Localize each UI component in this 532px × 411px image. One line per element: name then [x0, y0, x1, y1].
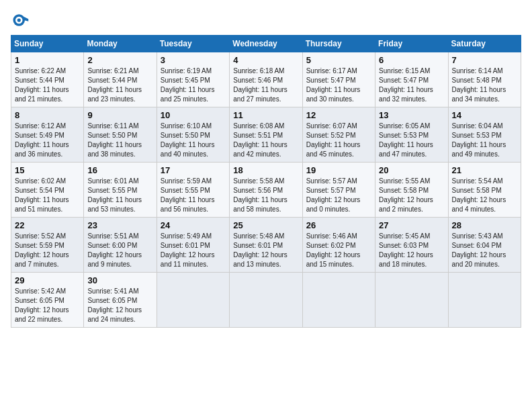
day-number: 29: [15, 275, 80, 285]
day-number: 2: [87, 55, 152, 65]
day-info: Sunrise: 6:08 AMSunset: 5:51 PMDaylight:…: [233, 122, 298, 159]
day-number: 12: [306, 110, 371, 120]
day-info: Sunrise: 5:46 AMSunset: 6:02 PMDaylight:…: [306, 232, 371, 269]
calendar-cell: 22Sunrise: 5:52 AMSunset: 5:59 PMDayligh…: [11, 218, 84, 273]
calendar-cell: 15Sunrise: 6:02 AMSunset: 5:54 PMDayligh…: [11, 163, 84, 218]
calendar-week-4: 22Sunrise: 5:52 AMSunset: 5:59 PMDayligh…: [11, 218, 521, 273]
calendar-table: SundayMondayTuesdayWednesdayThursdayFrid…: [11, 35, 521, 328]
calendar-body: 1Sunrise: 6:22 AMSunset: 5:44 PMDaylight…: [11, 52, 521, 328]
logo: [11, 11, 32, 30]
calendar-week-5: 29Sunrise: 5:42 AMSunset: 6:05 PMDayligh…: [11, 273, 521, 328]
day-number: 8: [15, 110, 80, 120]
weekday-header-saturday: Saturday: [448, 36, 521, 52]
day-info: Sunrise: 5:48 AMSunset: 6:01 PMDaylight:…: [233, 232, 298, 269]
calendar-week-2: 8Sunrise: 6:12 AMSunset: 5:49 PMDaylight…: [11, 107, 521, 163]
day-info: Sunrise: 6:01 AMSunset: 5:55 PMDaylight:…: [87, 177, 152, 214]
day-info: Sunrise: 6:05 AMSunset: 5:53 PMDaylight:…: [379, 122, 444, 159]
day-info: Sunrise: 5:43 AMSunset: 6:04 PMDaylight:…: [452, 232, 517, 269]
day-number: 24: [161, 220, 226, 230]
day-info: Sunrise: 5:57 AMSunset: 5:57 PMDaylight:…: [306, 177, 371, 214]
calendar-cell: 2Sunrise: 6:21 AMSunset: 5:44 PMDaylight…: [84, 52, 157, 107]
calendar-cell: 21Sunrise: 5:54 AMSunset: 5:58 PMDayligh…: [448, 163, 521, 218]
day-number: 19: [306, 165, 371, 175]
day-info: Sunrise: 5:49 AMSunset: 6:01 PMDaylight:…: [161, 232, 226, 269]
day-info: Sunrise: 6:21 AMSunset: 5:44 PMDaylight:…: [87, 66, 152, 104]
page-header: [11, 11, 521, 30]
day-number: 6: [379, 55, 444, 65]
day-number: 26: [306, 220, 371, 230]
calendar-cell: 23Sunrise: 5:51 AMSunset: 6:00 PMDayligh…: [84, 218, 157, 273]
calendar-cell: 19Sunrise: 5:57 AMSunset: 5:57 PMDayligh…: [302, 163, 375, 218]
day-number: 1: [15, 55, 80, 65]
calendar-cell: 29Sunrise: 5:42 AMSunset: 6:05 PMDayligh…: [11, 273, 84, 328]
day-info: Sunrise: 5:41 AMSunset: 6:05 PMDaylight:…: [87, 287, 152, 324]
day-number: 5: [306, 55, 371, 65]
calendar-cell: 5Sunrise: 6:17 AMSunset: 5:47 PMDaylight…: [302, 52, 375, 107]
day-info: Sunrise: 5:42 AMSunset: 6:05 PMDaylight:…: [15, 287, 80, 324]
calendar-cell: 20Sunrise: 5:55 AMSunset: 5:58 PMDayligh…: [375, 163, 448, 218]
calendar-cell: 1Sunrise: 6:22 AMSunset: 5:44 PMDaylight…: [11, 52, 84, 107]
day-info: Sunrise: 6:04 AMSunset: 5:53 PMDaylight:…: [452, 122, 517, 159]
day-number: 23: [87, 220, 152, 230]
calendar-cell: 13Sunrise: 6:05 AMSunset: 5:53 PMDayligh…: [375, 107, 448, 163]
calendar-cell: 9Sunrise: 6:11 AMSunset: 5:50 PMDaylight…: [84, 107, 157, 163]
day-number: 11: [233, 110, 298, 120]
day-info: Sunrise: 5:55 AMSunset: 5:58 PMDaylight:…: [379, 177, 444, 214]
day-info: Sunrise: 5:54 AMSunset: 5:58 PMDaylight:…: [452, 177, 517, 214]
calendar-cell: 30Sunrise: 5:41 AMSunset: 6:05 PMDayligh…: [84, 273, 157, 328]
day-info: Sunrise: 6:11 AMSunset: 5:50 PMDaylight:…: [87, 122, 152, 159]
logo-icon: [11, 11, 30, 30]
calendar-cell: [302, 273, 375, 328]
calendar-week-3: 15Sunrise: 6:02 AMSunset: 5:54 PMDayligh…: [11, 163, 521, 218]
day-number: 18: [233, 165, 298, 175]
calendar-cell: 3Sunrise: 6:19 AMSunset: 5:45 PMDaylight…: [157, 52, 229, 107]
day-number: 3: [161, 55, 226, 65]
day-info: Sunrise: 6:14 AMSunset: 5:48 PMDaylight:…: [452, 66, 517, 104]
day-number: 22: [15, 220, 80, 230]
calendar-cell: 10Sunrise: 6:10 AMSunset: 5:50 PMDayligh…: [157, 107, 229, 163]
day-number: 25: [233, 220, 298, 230]
calendar-cell: 25Sunrise: 5:48 AMSunset: 6:01 PMDayligh…: [230, 218, 302, 273]
day-info: Sunrise: 6:02 AMSunset: 5:54 PMDaylight:…: [15, 177, 80, 214]
day-info: Sunrise: 6:22 AMSunset: 5:44 PMDaylight:…: [15, 66, 80, 104]
calendar-cell: 11Sunrise: 6:08 AMSunset: 5:51 PMDayligh…: [230, 107, 302, 163]
day-info: Sunrise: 6:07 AMSunset: 5:52 PMDaylight:…: [306, 122, 371, 159]
day-number: 21: [452, 165, 517, 175]
day-number: 28: [452, 220, 517, 230]
calendar-cell: 28Sunrise: 5:43 AMSunset: 6:04 PMDayligh…: [448, 218, 521, 273]
calendar-cell: 17Sunrise: 5:59 AMSunset: 5:55 PMDayligh…: [157, 163, 229, 218]
calendar-cell: [375, 273, 448, 328]
day-number: 16: [87, 165, 152, 175]
day-info: Sunrise: 6:10 AMSunset: 5:50 PMDaylight:…: [161, 122, 226, 159]
weekday-header-row: SundayMondayTuesdayWednesdayThursdayFrid…: [11, 36, 521, 52]
calendar-header: SundayMondayTuesdayWednesdayThursdayFrid…: [11, 36, 521, 52]
day-info: Sunrise: 6:17 AMSunset: 5:47 PMDaylight:…: [306, 66, 371, 104]
day-number: 30: [87, 275, 152, 285]
day-number: 9: [87, 110, 152, 120]
day-info: Sunrise: 5:52 AMSunset: 5:59 PMDaylight:…: [15, 232, 80, 269]
calendar-week-1: 1Sunrise: 6:22 AMSunset: 5:44 PMDaylight…: [11, 52, 521, 107]
svg-point-2: [17, 18, 21, 21]
day-info: Sunrise: 6:12 AMSunset: 5:49 PMDaylight:…: [15, 122, 80, 159]
day-number: 13: [379, 110, 444, 120]
calendar-cell: 26Sunrise: 5:46 AMSunset: 6:02 PMDayligh…: [302, 218, 375, 273]
calendar-cell: 7Sunrise: 6:14 AMSunset: 5:48 PMDaylight…: [448, 52, 521, 107]
calendar-cell: 18Sunrise: 5:58 AMSunset: 5:56 PMDayligh…: [230, 163, 302, 218]
day-number: 7: [452, 55, 517, 65]
calendar-cell: [448, 273, 521, 328]
weekday-header-wednesday: Wednesday: [230, 36, 302, 52]
day-number: 17: [161, 165, 226, 175]
day-info: Sunrise: 5:45 AMSunset: 6:03 PMDaylight:…: [379, 232, 444, 269]
weekday-header-sunday: Sunday: [11, 36, 84, 52]
calendar-cell: 4Sunrise: 6:18 AMSunset: 5:46 PMDaylight…: [230, 52, 302, 107]
calendar-cell: 27Sunrise: 5:45 AMSunset: 6:03 PMDayligh…: [375, 218, 448, 273]
day-number: 14: [452, 110, 517, 120]
calendar-cell: 24Sunrise: 5:49 AMSunset: 6:01 PMDayligh…: [157, 218, 229, 273]
day-number: 10: [161, 110, 226, 120]
weekday-header-friday: Friday: [375, 36, 448, 52]
calendar-cell: [230, 273, 302, 328]
day-number: 4: [233, 55, 298, 65]
weekday-header-monday: Monday: [84, 36, 157, 52]
weekday-header-tuesday: Tuesday: [157, 36, 229, 52]
calendar-cell: [157, 273, 229, 328]
